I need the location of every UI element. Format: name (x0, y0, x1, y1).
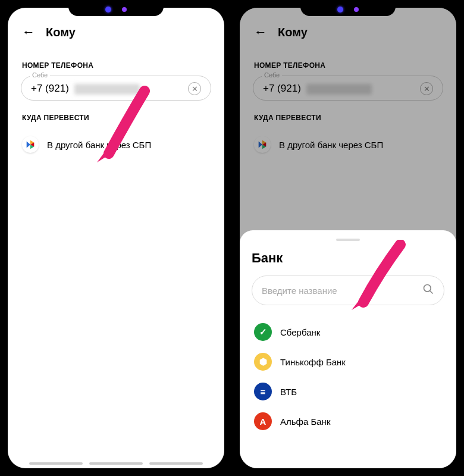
bank-search-input[interactable] (252, 275, 444, 305)
phone-value: +7 (921) (263, 83, 420, 95)
nav-pill[interactable] (149, 462, 203, 465)
phone-input[interactable]: Себе +7 (921) ✕ (21, 76, 211, 101)
svg-marker-5 (259, 142, 262, 148)
dest-option-sbp[interactable]: В другой банк через СБП (240, 128, 456, 161)
clear-icon[interactable]: ✕ (420, 82, 433, 95)
bank-row[interactable]: ⬢Тинькофф Банк (252, 347, 444, 377)
bank-icon: ≡ (254, 383, 272, 400)
nav-bar (8, 462, 224, 465)
bank-icon: ⬢ (254, 353, 272, 371)
screen-right: ← Кому НОМЕР ТЕЛЕФОНА Себе +7 (921) ✕ КУ… (240, 8, 456, 468)
phone-legend: Себе (30, 71, 50, 79)
back-icon[interactable]: ← (254, 24, 267, 40)
svg-point-10 (424, 285, 431, 292)
phone-frame-left: ← Кому НОМЕР ТЕЛЕФОНА Себе +7 (921) ✕ КУ… (3, 3, 229, 473)
notch (300, 3, 396, 16)
dest-label: В другой банк через СБП (47, 140, 151, 150)
back-icon[interactable]: ← (22, 24, 35, 40)
bank-icon: A (254, 412, 272, 430)
bank-name: Альфа Банк (280, 416, 330, 427)
sbp-icon (254, 136, 271, 153)
phone-legend: Себе (262, 71, 282, 79)
phone-prefix: +7 (921) (31, 83, 69, 94)
sheet-title: Банк (252, 250, 444, 266)
sbp-icon (22, 136, 39, 153)
phone-blurred-digits (306, 84, 372, 95)
bank-bottom-sheet: Банк ✓Сбербанк⬢Тинькофф Банк≡ВТБAАльфа Б… (240, 230, 456, 468)
nav-pill[interactable] (29, 462, 83, 465)
bank-list: ✓Сбербанк⬢Тинькофф Банк≡ВТБAАльфа Банк (252, 317, 444, 436)
bank-name: ВТБ (280, 387, 297, 397)
phone-input[interactable]: Себе +7 (921) ✕ (253, 76, 443, 101)
bank-row[interactable]: AАльфа Банк (252, 406, 444, 436)
nav-pill[interactable] (89, 462, 143, 465)
bank-name: Сбербанк (280, 327, 320, 337)
svg-marker-0 (27, 142, 30, 148)
phone-blurred-digits (74, 84, 140, 95)
dest-option-sbp[interactable]: В другой банк через СБП (8, 128, 224, 161)
dest-label: В другой банк через СБП (279, 140, 383, 150)
phone-value: +7 (921) (31, 83, 188, 95)
search-field[interactable] (262, 286, 416, 296)
notch (68, 3, 164, 16)
page-title: Кому (278, 26, 308, 39)
clear-icon[interactable]: ✕ (188, 82, 201, 95)
dest-section-label: КУДА ПЕРЕВЕСТИ (8, 101, 224, 128)
phone-prefix: +7 (921) (263, 83, 301, 94)
bank-row[interactable]: ≡ВТБ (252, 377, 444, 406)
screen-left: ← Кому НОМЕР ТЕЛЕФОНА Себе +7 (921) ✕ КУ… (8, 8, 224, 468)
page-title: Кому (46, 26, 76, 39)
dest-section-label: КУДА ПЕРЕВЕСТИ (240, 101, 456, 128)
bank-name: Тинькофф Банк (280, 357, 346, 367)
sheet-handle[interactable] (336, 239, 360, 241)
bank-row[interactable]: ✓Сбербанк (252, 317, 444, 347)
search-icon[interactable] (422, 283, 434, 298)
phone-frame-right: ← Кому НОМЕР ТЕЛЕФОНА Себе +7 (921) ✕ КУ… (235, 3, 461, 473)
bank-icon: ✓ (254, 323, 272, 341)
svg-line-11 (430, 291, 433, 294)
